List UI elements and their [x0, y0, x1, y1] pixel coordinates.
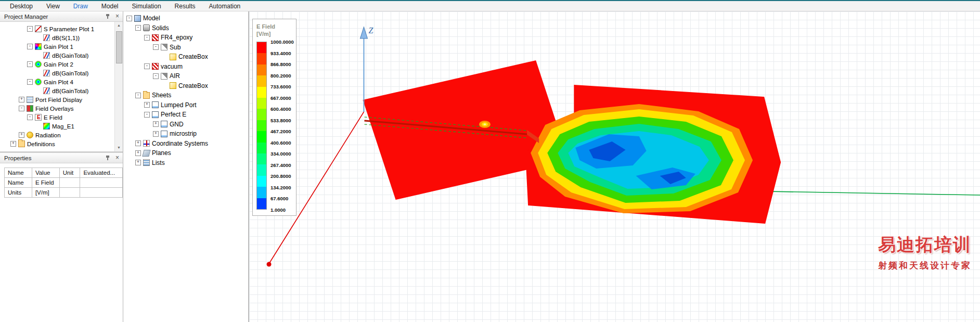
collapse-icon[interactable]: -: [27, 26, 33, 32]
menu-item-automation[interactable]: Automation: [202, 2, 248, 11]
model-item-solids[interactable]: -Solids: [123, 23, 248, 33]
pin-icon[interactable]: [105, 14, 111, 19]
expand-icon[interactable]: +: [19, 97, 24, 102]
model-icon: [134, 15, 141, 22]
collapse-icon[interactable]: -: [27, 114, 33, 120]
menu-item-results[interactable]: Results: [168, 2, 202, 11]
project-item-definitions[interactable]: +Definitions: [0, 139, 114, 148]
tree-label: Port Field Display: [35, 97, 82, 103]
model-item-microstrip[interactable]: +microstrip: [123, 129, 248, 139]
field-plot[interactable]: [525, 85, 781, 224]
collapse-icon[interactable]: -: [153, 73, 159, 79]
expand-icon[interactable]: +: [135, 160, 141, 165]
project-item-db-gaintotal[interactable]: dB(GainTotal): [0, 69, 114, 78]
model-item-vacuum[interactable]: -vacuum: [123, 62, 248, 72]
close-icon[interactable]: ×: [114, 14, 120, 19]
collapse-icon[interactable]: -: [135, 93, 141, 98]
properties-col-name: Name: [5, 168, 32, 178]
menu-item-view[interactable]: View: [40, 2, 67, 11]
scrollbar[interactable]: ▲ ▼: [114, 22, 123, 151]
project-item-db-gaintotal[interactable]: dB(GainTotal): [0, 51, 114, 60]
menu-item-model[interactable]: Model: [95, 2, 125, 11]
expand-icon[interactable]: +: [19, 132, 24, 138]
legend-value: 1.0000: [270, 207, 286, 213]
3d-scene[interactable]: Z: [249, 11, 980, 322]
legend-band: [257, 109, 266, 120]
collapse-icon[interactable]: -: [144, 112, 150, 118]
scroll-thumb[interactable]: [116, 31, 122, 63]
model-item-lumped-port[interactable]: +Lumped Port: [123, 100, 248, 110]
e-field-icon: [35, 114, 42, 121]
project-item-mag-e1[interactable]: Mag_E1: [0, 122, 114, 131]
menu-item-draw[interactable]: Draw: [67, 2, 95, 11]
tree-label: Planes: [152, 149, 171, 157]
collapse-icon[interactable]: -: [135, 25, 141, 31]
model-item-createbox[interactable]: CreateBox: [123, 81, 248, 91]
collapse-icon[interactable]: -: [144, 63, 150, 69]
properties-header-row: NameValueUnitEvaluated...: [5, 168, 123, 178]
collapse-icon[interactable]: -: [27, 44, 33, 49]
project-item-gain-plot-1[interactable]: -Gain Plot 1: [0, 42, 114, 51]
trace-icon: [43, 70, 50, 76]
project-item-port-field-display[interactable]: +Port Field Display: [0, 95, 114, 104]
project-item-db-gaintotal[interactable]: dB(GainTotal): [0, 86, 114, 95]
collapse-icon[interactable]: -: [126, 16, 132, 21]
mag-field-icon: [43, 123, 50, 130]
legend-value: 600.4000: [270, 106, 291, 112]
tree-label: Mag_E1: [52, 123, 74, 130]
project-item-s-parameter-plot-1[interactable]: -S Parameter Plot 1: [0, 24, 114, 33]
scroll-down-icon[interactable]: ▼: [117, 144, 121, 151]
expand-icon[interactable]: +: [135, 140, 141, 146]
model-item-air[interactable]: -AIR: [123, 71, 248, 81]
legend-value: 1000.0000: [270, 39, 294, 45]
legend-value: 733.6000: [270, 84, 291, 89]
indent-spacer: [162, 54, 167, 60]
property-value-cell[interactable]: [V/m]: [32, 188, 59, 198]
model-item-sheets[interactable]: -Sheets: [123, 91, 248, 100]
tree-label: Perfect E: [161, 111, 186, 118]
tree-label: dB(S(1,1)): [52, 35, 80, 41]
model-item-fr4-epoxy[interactable]: -FR4_epoxy: [123, 33, 248, 43]
collapse-icon[interactable]: -: [27, 79, 33, 85]
close-icon[interactable]: ×: [114, 155, 120, 161]
tree-label: Sheets: [152, 92, 171, 99]
project-item-e-field[interactable]: -E Field: [0, 113, 114, 122]
watermark: 易迪拓培训 射频和天线设计专家: [878, 233, 972, 272]
model-item-perfect-e[interactable]: -Perfect E: [123, 110, 248, 120]
model-item-planes[interactable]: +Planes: [123, 148, 248, 158]
scroll-up-icon[interactable]: ▲: [117, 22, 121, 29]
hfss-window: DesktopViewDrawModelSimulationResultsAut…: [0, 0, 980, 322]
property-value-cell[interactable]: E Field: [32, 178, 59, 188]
trace-icon: [43, 34, 50, 41]
tree-label: FR4_epoxy: [161, 34, 192, 41]
menu-item-simulation[interactable]: Simulation: [125, 2, 168, 11]
collapse-icon[interactable]: -: [153, 44, 159, 50]
collapse-icon[interactable]: -: [19, 106, 24, 111]
expand-icon[interactable]: +: [153, 131, 159, 137]
model-item-lists[interactable]: +Lists: [123, 158, 248, 168]
project-item-gain-plot-4[interactable]: -Gain Plot 4: [0, 78, 114, 86]
collapse-icon[interactable]: -: [27, 61, 33, 67]
model-item-sub[interactable]: -Sub: [123, 43, 248, 53]
project-item-db-s-1-1[interactable]: dB(S(1,1)): [0, 33, 114, 42]
expand-icon[interactable]: +: [144, 102, 150, 108]
menu-item-desktop[interactable]: Desktop: [3, 2, 40, 11]
modeler-viewport[interactable]: Z E Field [V/m] 1000.0000933.4000866.800…: [249, 11, 980, 322]
legend-band: [257, 164, 266, 175]
boundary-icon: [161, 131, 167, 137]
project-item-radiation[interactable]: +Radiation: [0, 131, 114, 139]
model-item-model[interactable]: -Model: [123, 14, 248, 23]
polar-plot-icon: [35, 79, 42, 85]
pin-icon[interactable]: [105, 155, 111, 161]
indent-spacer: [35, 35, 41, 41]
model-item-gnd[interactable]: +GND: [123, 120, 248, 130]
expand-icon[interactable]: +: [10, 141, 16, 147]
collapse-icon[interactable]: -: [144, 35, 150, 41]
model-item-coordinate-systems[interactable]: +Coordinate Systems: [123, 139, 248, 149]
expand-icon[interactable]: +: [153, 121, 159, 127]
geometry-icon: [161, 73, 167, 80]
project-item-field-overlays[interactable]: -Field Overlays: [0, 104, 114, 113]
expand-icon[interactable]: +: [135, 150, 141, 156]
model-item-createbox[interactable]: CreateBox: [123, 52, 248, 62]
project-item-gain-plot-2[interactable]: -Gain Plot 2: [0, 60, 114, 69]
